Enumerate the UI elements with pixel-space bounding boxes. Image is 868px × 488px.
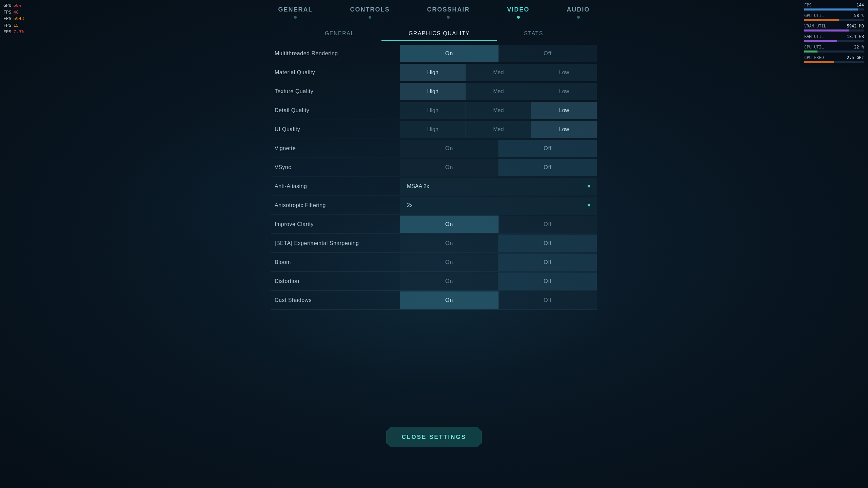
perf-gpu-util-bar bbox=[804, 19, 864, 21]
nav-tab-video-label: VIDEO bbox=[507, 6, 530, 13]
close-settings-button[interactable]: CLOSE SETTINGS bbox=[387, 427, 481, 447]
settings-label-4: UI Quality bbox=[271, 122, 400, 137]
three-opt-1-1[interactable]: Med bbox=[466, 64, 531, 81]
toggle-on-13[interactable]: On bbox=[400, 291, 498, 309]
perf-cpu-freq-row: CPU FREQ 2.5 GHz bbox=[804, 55, 864, 63]
settings-controls-7: MSAA 2x▼ bbox=[400, 178, 597, 195]
settings-controls-9: OnOff bbox=[400, 216, 597, 233]
toggle-on-0[interactable]: On bbox=[400, 45, 498, 62]
nav-tab-audio-dot bbox=[577, 16, 580, 19]
settings-label-13: Cast Shadows bbox=[271, 293, 400, 307]
settings-row-8: Anisotropic Filtering2x▼ bbox=[271, 196, 597, 215]
toggle-off-10[interactable]: Off bbox=[499, 235, 597, 252]
perf-cpu-util-bar bbox=[804, 50, 864, 53]
nav-tab-crosshair[interactable]: CROSSHAIR bbox=[408, 6, 488, 19]
nav-tab-crosshair-label: CROSSHAIR bbox=[427, 6, 470, 13]
settings-row-13: Cast ShadowsOnOff bbox=[271, 291, 597, 310]
settings-label-5: Vignette bbox=[271, 141, 400, 156]
settings-controls-11: OnOff bbox=[400, 253, 597, 271]
settings-label-9: Improve Clarity bbox=[271, 217, 400, 231]
sub-tab-general[interactable]: GENERAL bbox=[298, 27, 381, 41]
settings-controls-12: OnOff bbox=[400, 272, 597, 290]
toggle-on-5[interactable]: On bbox=[400, 140, 498, 157]
settings-controls-4: HighMedLow bbox=[400, 121, 597, 138]
settings-row-11: BloomOnOff bbox=[271, 253, 597, 272]
three-opt-4-1[interactable]: Med bbox=[466, 121, 531, 138]
settings-row-12: DistortionOnOff bbox=[271, 272, 597, 291]
nav-tab-controls-dot bbox=[369, 16, 371, 19]
settings-label-0: Multithreaded Rendering bbox=[271, 46, 400, 61]
perf-cpu-freq-bar bbox=[804, 61, 864, 63]
three-opt-2-1[interactable]: Med bbox=[466, 83, 531, 100]
perf-cpu-util-row: CPU UTIL 22 % bbox=[804, 45, 864, 53]
sub-nav: GENERAL GRAPHICS QUALITY STATS bbox=[0, 27, 868, 41]
settings-label-2: Texture Quality bbox=[271, 84, 400, 99]
nav-tab-general-label: GENERAL bbox=[278, 6, 313, 13]
dropdown-arrow-8: ▼ bbox=[587, 203, 591, 208]
three-opt-1-2[interactable]: Low bbox=[531, 64, 597, 81]
settings-label-12: Distortion bbox=[271, 274, 400, 288]
toggle-on-10[interactable]: On bbox=[400, 235, 498, 252]
nav-tab-general-dot bbox=[294, 16, 297, 19]
settings-row-1: Material QualityHighMedLow bbox=[271, 63, 597, 82]
perf-cpu-util-label: CPU UTIL bbox=[804, 45, 824, 49]
settings-row-3: Detail QualityHighMedLow bbox=[271, 101, 597, 120]
settings-controls-10: OnOff bbox=[400, 235, 597, 252]
three-opt-3-1[interactable]: Med bbox=[466, 102, 531, 119]
settings-row-4: UI QualityHighMedLow bbox=[271, 120, 597, 139]
settings-row-0: Multithreaded RenderingOnOff bbox=[271, 44, 597, 63]
three-opt-3-0[interactable]: High bbox=[400, 102, 466, 119]
settings-row-6: VSyncOnOff bbox=[271, 158, 597, 177]
settings-row-7: Anti-AliasingMSAA 2x▼ bbox=[271, 177, 597, 196]
perf-cpu-util-val: 22 % bbox=[854, 45, 864, 49]
perf-cpu-freq-val: 2.5 GHz bbox=[847, 55, 864, 60]
toggle-off-11[interactable]: Off bbox=[499, 253, 597, 271]
sub-tab-graphics-quality[interactable]: GRAPHICS QUALITY bbox=[381, 27, 497, 41]
settings-label-7: Anti-Aliasing bbox=[271, 179, 400, 194]
nav-tab-controls[interactable]: CONTROLS bbox=[331, 6, 408, 19]
settings-controls-8: 2x▼ bbox=[400, 197, 597, 214]
toggle-on-11[interactable]: On bbox=[400, 253, 498, 271]
toggle-off-13[interactable]: Off bbox=[499, 291, 597, 309]
three-opt-2-2[interactable]: Low bbox=[531, 83, 597, 100]
settings-controls-0: OnOff bbox=[400, 45, 597, 62]
toggle-off-9[interactable]: Off bbox=[499, 216, 597, 233]
toggle-on-12[interactable]: On bbox=[400, 272, 498, 290]
top-nav: GENERAL CONTROLS CROSSHAIR VIDEO AUDIO bbox=[0, 0, 868, 19]
toggle-off-6[interactable]: Off bbox=[499, 159, 597, 176]
nav-tab-crosshair-dot bbox=[447, 16, 450, 19]
settings-label-3: Detail Quality bbox=[271, 103, 400, 118]
three-opt-4-0[interactable]: High bbox=[400, 121, 466, 138]
toggle-on-6[interactable]: On bbox=[400, 159, 498, 176]
settings-label-8: Anisotropic Filtering bbox=[271, 198, 400, 212]
dropdown-7[interactable]: MSAA 2x▼ bbox=[400, 178, 597, 195]
settings-controls-1: HighMedLow bbox=[400, 64, 597, 81]
toggle-on-9[interactable]: On bbox=[400, 216, 498, 233]
toggle-off-12[interactable]: Off bbox=[499, 272, 597, 290]
nav-tab-general[interactable]: GENERAL bbox=[259, 6, 331, 19]
toggle-off-0[interactable]: Off bbox=[499, 45, 597, 62]
three-opt-1-0[interactable]: High bbox=[400, 64, 466, 81]
settings-label-10: [BETA] Experimental Sharpening bbox=[271, 236, 400, 250]
settings-label-11: Bloom bbox=[271, 255, 400, 269]
three-opt-4-2[interactable]: Low bbox=[531, 121, 597, 138]
settings-container: Multithreaded RenderingOnOffMaterial Qua… bbox=[271, 44, 597, 310]
settings-label-6: VSync bbox=[271, 160, 400, 175]
settings-label-1: Material Quality bbox=[271, 65, 400, 80]
sub-tab-stats[interactable]: STATS bbox=[497, 27, 570, 41]
toggle-off-5[interactable]: Off bbox=[499, 140, 597, 157]
nav-tab-audio-label: AUDIO bbox=[567, 6, 590, 13]
settings-row-5: VignetteOnOff bbox=[271, 139, 597, 158]
nav-tab-video[interactable]: VIDEO bbox=[489, 6, 548, 19]
three-opt-3-2[interactable]: Low bbox=[531, 102, 597, 119]
settings-controls-6: OnOff bbox=[400, 159, 597, 176]
perf-cpu-freq-label: CPU FREQ bbox=[804, 55, 824, 60]
nav-tab-audio[interactable]: AUDIO bbox=[548, 6, 609, 19]
settings-controls-13: OnOff bbox=[400, 291, 597, 309]
settings-controls-3: HighMedLow bbox=[400, 102, 597, 119]
three-opt-2-0[interactable]: High bbox=[400, 83, 466, 100]
dropdown-8[interactable]: 2x▼ bbox=[400, 197, 597, 214]
settings-row-2: Texture QualityHighMedLow bbox=[271, 82, 597, 101]
settings-controls-2: HighMedLow bbox=[400, 83, 597, 100]
nav-tab-controls-label: CONTROLS bbox=[350, 6, 390, 13]
